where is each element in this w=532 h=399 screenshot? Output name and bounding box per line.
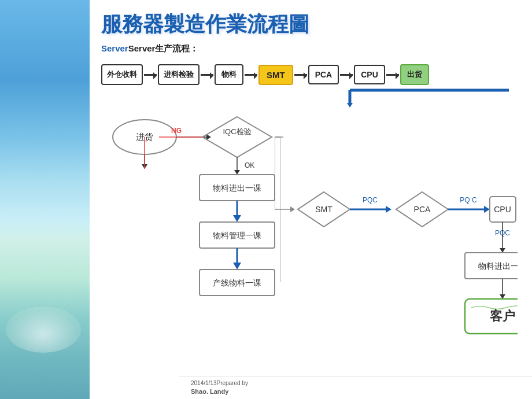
flowchart-area: 进货 IQC检验 NG OK 物料进出一课 bbox=[90, 106, 532, 354]
flow-box-outgoing: 出货 bbox=[400, 64, 429, 85]
flow-box-2: 进料检验 bbox=[158, 64, 200, 85]
svg-marker-8 bbox=[202, 117, 272, 157]
svg-marker-31 bbox=[290, 206, 295, 212]
svg-text:PQC: PQC bbox=[363, 196, 378, 204]
flow-box-pca: PCA bbox=[308, 65, 339, 84]
footer-author: Shao. Landy bbox=[191, 387, 248, 396]
svg-marker-36 bbox=[386, 206, 391, 213]
background-left bbox=[0, 0, 90, 399]
flow-box-smt: SMT bbox=[258, 65, 293, 85]
arrow-3 bbox=[245, 74, 257, 76]
svg-text:物料进出一课: 物料进出一课 bbox=[213, 183, 261, 193]
arrow-6 bbox=[386, 74, 399, 76]
svg-text:NG: NG bbox=[171, 127, 182, 135]
svg-marker-7 bbox=[206, 134, 211, 140]
svg-text:PQ C: PQ C bbox=[460, 196, 477, 204]
top-flow: 外仓收料 进料检验 物料 SMT PCA CPU 出货 bbox=[101, 60, 520, 89]
svg-marker-46 bbox=[500, 248, 505, 253]
svg-text:IQC检验: IQC检验 bbox=[223, 127, 251, 136]
svg-text:OK: OK bbox=[245, 161, 254, 169]
footer-date: 2014/1/13Prepared by bbox=[191, 379, 248, 387]
svg-text:CPU: CPU bbox=[494, 205, 511, 214]
footer: 2014/1/13Prepared by Shao. Landy Page 4 … bbox=[179, 376, 532, 399]
svg-text:物料进出一课: 物料进出一课 bbox=[478, 261, 518, 271]
footer-left: 2014/1/13Prepared by Shao. Landy bbox=[191, 379, 248, 396]
flow-box-cpu: CPU bbox=[354, 65, 385, 84]
svg-text:SMT: SMT bbox=[315, 205, 332, 214]
right-flowchart: SMT PQC PCA PQ C CPU PQC 物料进出 bbox=[275, 111, 518, 354]
svg-marker-19 bbox=[233, 215, 241, 222]
svg-marker-14 bbox=[234, 170, 240, 175]
svg-text:客户: 客户 bbox=[490, 309, 515, 323]
arrow-5 bbox=[340, 74, 353, 76]
svg-marker-41 bbox=[484, 206, 490, 213]
flow-box-1: 外仓收料 bbox=[101, 64, 143, 85]
main-content: 服務器製造作業流程圖 ServerServer生产流程： 外仓收料 进料检验 物… bbox=[90, 0, 532, 399]
top-flow-container: 外仓收料 进料检验 物料 SMT PCA CPU 出货 bbox=[90, 60, 532, 106]
page-title: 服務器製造作業流程圖 bbox=[90, 0, 532, 43]
flow-box-3: 物料 bbox=[215, 64, 243, 85]
svg-marker-23 bbox=[233, 263, 241, 269]
svg-text:物料管理一课: 物料管理一课 bbox=[213, 231, 261, 240]
svg-text:产线物料一课: 产线物料一课 bbox=[213, 278, 261, 287]
arrow-2 bbox=[201, 74, 213, 76]
server-label: ServerServer生产流程： bbox=[90, 43, 532, 60]
arrow-1 bbox=[144, 74, 157, 76]
blue-return-arrow bbox=[90, 86, 509, 106]
svg-text:PCA: PCA bbox=[414, 205, 431, 214]
left-flowchart: 进货 IQC检验 NG OK 物料进出一课 bbox=[101, 111, 280, 354]
arrow-4 bbox=[294, 74, 307, 76]
